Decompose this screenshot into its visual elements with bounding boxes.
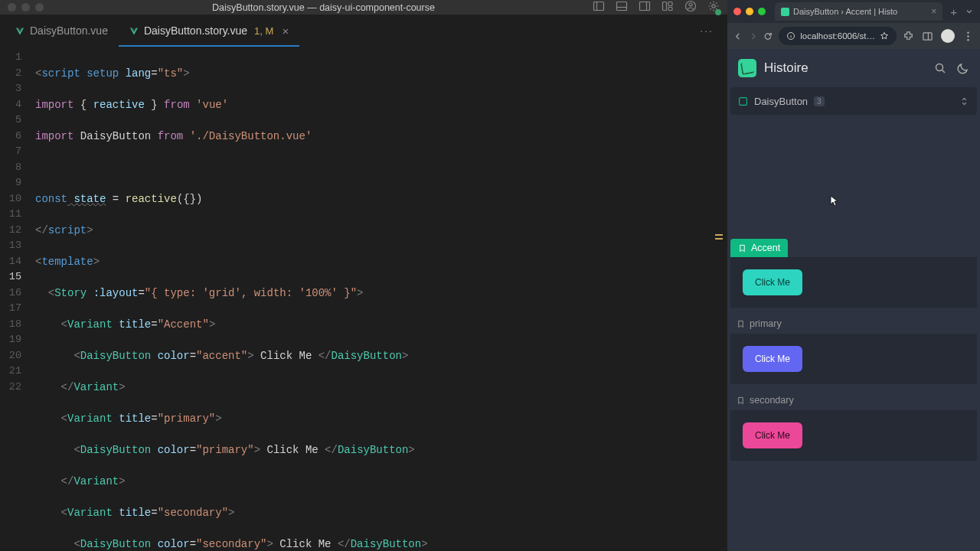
story-selector[interactable]: DaisyButton 3: [730, 87, 977, 115]
star-icon[interactable]: [880, 31, 889, 41]
histoire-header: Histoire: [727, 49, 980, 87]
window-controls[interactable]: [733, 8, 766, 15]
close-icon[interactable]: [733, 8, 741, 15]
tab-status: 1, M: [254, 25, 273, 37]
code-content[interactable]: <script setup lang="ts"> import { reacti…: [35, 50, 727, 551]
reload-icon[interactable]: [763, 31, 773, 42]
variant-name: primary: [750, 318, 782, 329]
vue-icon: [129, 26, 139, 35]
minimap-marker: [715, 234, 723, 245]
new-tab-button[interactable]: +: [947, 5, 960, 18]
variants-panel: Accent Click Me primary Click Me secon: [727, 239, 980, 551]
addr-bar-right: [903, 29, 974, 43]
bookmark-icon: [737, 320, 745, 328]
variant-name: secondary: [750, 395, 794, 406]
info-icon[interactable]: [786, 31, 795, 41]
svg-point-17: [967, 35, 969, 37]
panel-right-icon[interactable]: [639, 0, 651, 12]
variant-header-primary[interactable]: primary: [730, 314, 977, 334]
component-icon: [738, 96, 748, 106]
url-text: localhost:6006/st…: [800, 31, 875, 41]
sidebar-icon[interactable]: [922, 31, 933, 42]
tab-title: DaisyButton › Accent | Histo: [793, 7, 897, 16]
story-name: DaisyButton: [754, 96, 808, 107]
close-icon[interactable]: [8, 3, 16, 11]
maximize-icon[interactable]: [758, 8, 766, 15]
address-bar: localhost:6006/st…: [727, 23, 980, 49]
back-icon[interactable]: [733, 31, 743, 42]
variant-preview: Click Me: [730, 410, 977, 461]
svg-rect-6: [663, 2, 667, 11]
svg-point-19: [936, 64, 943, 71]
minimize-icon[interactable]: [746, 8, 753, 15]
svg-point-18: [967, 38, 969, 40]
editor-tabs: DaisyButton.vue DaisyButton.story.vue 1,…: [0, 15, 727, 47]
daisy-button-accent[interactable]: Click Me: [743, 269, 802, 295]
bookmark-icon: [738, 244, 746, 253]
svg-rect-7: [668, 2, 672, 6]
svg-rect-2: [617, 2, 627, 11]
svg-rect-4: [640, 2, 650, 11]
variant-header-secondary[interactable]: secondary: [730, 390, 977, 410]
bookmark-icon: [737, 396, 745, 405]
maximize-icon[interactable]: [35, 3, 44, 11]
settings-gear-icon[interactable]: [707, 0, 720, 15]
variant-preview: Click Me: [730, 257, 977, 308]
daisy-button-primary[interactable]: Click Me: [743, 346, 802, 372]
svg-rect-14: [923, 32, 932, 39]
search-icon[interactable]: [934, 62, 946, 74]
histoire-app: Histoire DaisyButton 3 Accent Click Me: [727, 49, 980, 551]
daisy-button-secondary[interactable]: Click Me: [743, 422, 802, 448]
tab-daisybutton-story[interactable]: DaisyButton.story.vue 1, M ×: [119, 15, 299, 47]
close-icon[interactable]: ×: [931, 6, 936, 17]
browser-tab[interactable]: DaisyButton › Accent | Histo ×: [775, 2, 942, 21]
svg-rect-20: [740, 97, 747, 105]
variant-name: Accent: [751, 243, 780, 253]
window-controls[interactable]: [8, 3, 44, 11]
profile-icon[interactable]: [941, 29, 955, 43]
url-input[interactable]: localhost:6006/st…: [779, 27, 897, 45]
tab-label: DaisyButton.story.vue: [144, 24, 247, 37]
extensions-icon[interactable]: [903, 31, 914, 42]
variant-header-accent[interactable]: Accent: [730, 239, 788, 257]
favicon-icon: [781, 8, 789, 16]
panel-bottom-icon[interactable]: [616, 0, 628, 12]
vue-icon: [15, 26, 24, 35]
svg-rect-12: [781, 8, 789, 16]
minimize-icon[interactable]: [21, 3, 30, 11]
forward-icon[interactable]: [749, 31, 758, 42]
tab-overflow-icon[interactable]: ···: [700, 24, 714, 37]
expand-icon[interactable]: [959, 96, 969, 106]
variant-preview: Click Me: [730, 334, 977, 384]
account-icon[interactable]: [684, 0, 697, 12]
svg-point-16: [967, 31, 969, 33]
menu-icon[interactable]: [962, 31, 974, 42]
titlebar-icons: [593, 0, 720, 15]
svg-rect-8: [668, 8, 672, 11]
vscode-window: DaisyButton.story.vue — daisy-ui-compone…: [0, 0, 727, 551]
moon-icon[interactable]: [957, 62, 969, 74]
line-numbers: 1 2 3 4 5 6 7 8 9 10 11 12 13 14 15 16 1…: [0, 50, 35, 551]
chevron-down-icon[interactable]: [965, 7, 974, 16]
tab-label: DaisyButton.vue: [30, 24, 108, 37]
panel-left-icon[interactable]: [593, 0, 605, 12]
vscode-titlebar: DaisyButton.story.vue — daisy-ui-compone…: [0, 0, 727, 15]
code-editor[interactable]: 1 2 3 4 5 6 7 8 9 10 11 12 13 14 15 16 1…: [0, 47, 727, 551]
layout-icon[interactable]: [662, 0, 674, 12]
svg-point-11: [712, 5, 715, 8]
svg-point-10: [689, 3, 692, 6]
variant-count-badge: 3: [814, 96, 825, 106]
close-icon[interactable]: ×: [282, 24, 289, 37]
svg-rect-0: [594, 2, 604, 11]
browser-window: DaisyButton › Accent | Histo × + localho…: [727, 0, 980, 551]
window-title: DaisyButton.story.vue — daisy-ui-compone…: [54, 2, 593, 13]
browser-tab-strip: DaisyButton › Accent | Histo × +: [727, 0, 980, 23]
tab-daisybutton[interactable]: DaisyButton.vue: [5, 15, 119, 47]
histoire-logo-icon: [738, 59, 756, 77]
app-title: Histoire: [764, 60, 808, 76]
